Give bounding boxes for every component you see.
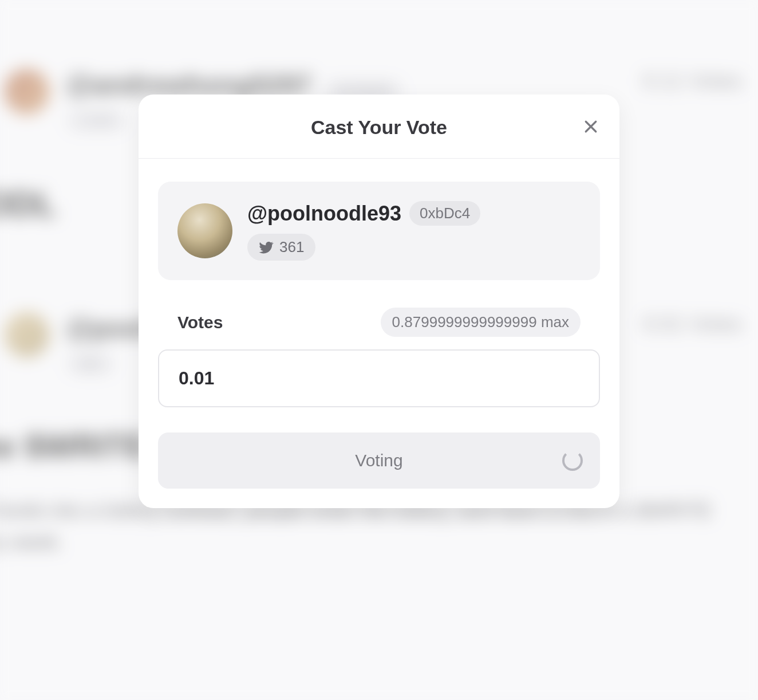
- votes-label: Votes: [177, 313, 223, 332]
- twitter-icon: [259, 240, 274, 255]
- votes-row: Votes 0.8799999999999999 max: [158, 308, 600, 337]
- user-address-badge: 0xbDc4: [409, 201, 480, 226]
- submit-vote-button[interactable]: Voting: [158, 432, 600, 489]
- votes-input[interactable]: [158, 349, 600, 407]
- cast-vote-modal: Cast Your Vote @poolnoodle93 0xbDc4 361: [139, 95, 619, 508]
- votes-max-badge[interactable]: 0.8799999999999999 max: [381, 308, 581, 337]
- avatar: [177, 203, 232, 258]
- loading-spinner-icon: [562, 450, 583, 471]
- user-twitter-badge: 361: [247, 234, 315, 261]
- modal-body: @poolnoodle93 0xbDc4 361 Votes 0.8799999…: [139, 159, 619, 508]
- modal-title: Cast Your Vote: [139, 116, 619, 139]
- close-icon: [582, 118, 599, 135]
- user-card: @poolnoodle93 0xbDc4 361: [158, 182, 600, 280]
- submit-vote-label: Voting: [355, 451, 402, 470]
- user-twitter-count: 361: [279, 238, 304, 256]
- user-handle: @poolnoodle93: [247, 202, 401, 226]
- modal-header: Cast Your Vote: [139, 95, 619, 159]
- close-button[interactable]: [578, 114, 603, 139]
